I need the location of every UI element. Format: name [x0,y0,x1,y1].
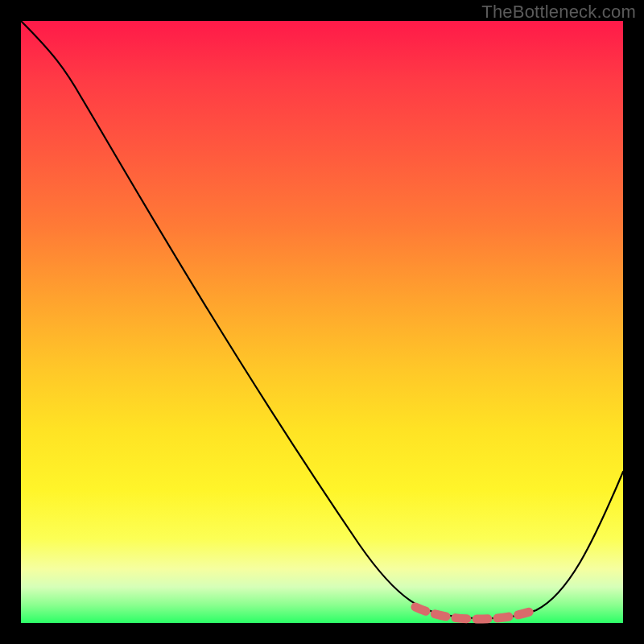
curve-svg [21,21,623,623]
plot-area [21,21,623,623]
watermark-text: TheBottleneck.com [481,2,636,23]
chart-frame: TheBottleneck.com [0,0,644,644]
bottleneck-curve [21,21,623,618]
